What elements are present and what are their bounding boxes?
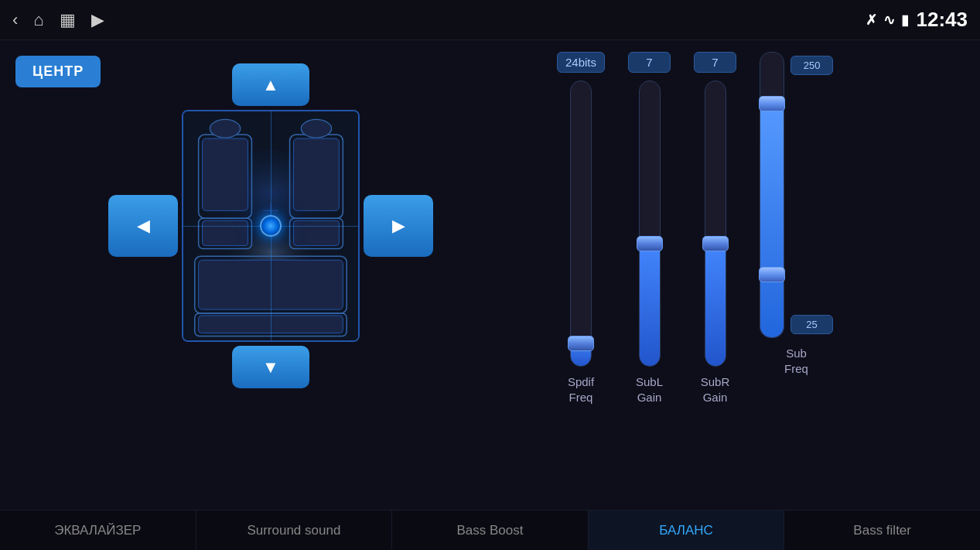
arrow-left-icon: ◀ bbox=[137, 216, 150, 236]
bluetooth-icon: ✗ bbox=[866, 12, 877, 29]
svg-point-18 bbox=[301, 119, 331, 138]
left-panel: ЦЕНТР ▲ ▼ ◀ ▶ bbox=[0, 40, 541, 510]
svg-rect-4 bbox=[203, 138, 248, 210]
subr-label: SubRGain bbox=[701, 374, 730, 405]
right-panel: 24bits SpdifFreq 7 SubLGain 7 bbox=[541, 40, 980, 510]
tab-surround[interactable]: Surround sound bbox=[196, 511, 393, 550]
main-content: ЦЕНТР ▲ ▼ ◀ ▶ bbox=[0, 40, 980, 510]
clock: 12:43 bbox=[917, 8, 968, 32]
car-display[interactable] bbox=[182, 110, 360, 342]
status-bar: ‹ ⌂ ▦ ▶ ✗ ∿ ▮ 12:43 bbox=[0, 0, 980, 40]
subfreq-label: SubFreq bbox=[784, 346, 808, 376]
subfreq-fill bbox=[760, 104, 784, 337]
subfreq-handle-bottom[interactable] bbox=[759, 267, 785, 282]
bottom-tabs: ЭКВАЛАЙЗЕР Surround sound Bass Boost БАЛ… bbox=[0, 510, 980, 550]
center-button[interactable]: ЦЕНТР bbox=[15, 56, 101, 87]
balance-up-button[interactable]: ▲ bbox=[232, 63, 309, 106]
status-icons: ✗ ∿ ▮ bbox=[866, 12, 909, 29]
subfreq-handle-top[interactable] bbox=[759, 96, 785, 111]
sliders-row: 24bits SpdifFreq 7 SubLGain 7 bbox=[557, 52, 965, 454]
svg-rect-10 bbox=[293, 220, 339, 245]
svg-point-17 bbox=[210, 119, 240, 138]
balance-right-button[interactable]: ▶ bbox=[364, 195, 433, 257]
battery-icon: ▮ bbox=[901, 12, 909, 29]
spdif-value-badge: 24bits bbox=[557, 52, 605, 73]
subl-value-badge: 7 bbox=[628, 52, 671, 73]
spdif-label: SpdifFreq bbox=[568, 374, 594, 405]
balance-down-button[interactable]: ▼ bbox=[232, 346, 309, 388]
subl-label: SubLGain bbox=[636, 374, 663, 405]
home-icon[interactable]: ⌂ bbox=[33, 10, 43, 30]
subfreq-track[interactable] bbox=[760, 52, 784, 338]
arrow-up-icon: ▲ bbox=[262, 75, 279, 95]
status-right: ✗ ∿ ▮ 12:43 bbox=[866, 8, 968, 32]
tab-balance[interactable]: БАЛАНС bbox=[589, 511, 785, 550]
focus-point[interactable] bbox=[260, 215, 282, 237]
subr-gain-slider-col: 7 SubRGain bbox=[694, 52, 736, 405]
svg-rect-8 bbox=[293, 138, 339, 210]
subl-gain-slider-col: 7 SubLGain bbox=[628, 52, 671, 405]
wifi-icon: ∿ bbox=[883, 12, 895, 29]
subr-fill bbox=[705, 237, 726, 366]
subl-track[interactable] bbox=[639, 80, 661, 367]
balance-left-button[interactable]: ◀ bbox=[108, 195, 178, 257]
subfreq-top-badge: 250 bbox=[790, 56, 833, 75]
subl-fill bbox=[640, 237, 660, 366]
arrow-right-icon: ▶ bbox=[392, 216, 405, 236]
media-icon[interactable]: ▶ bbox=[91, 10, 104, 30]
arrow-down-icon: ▼ bbox=[262, 357, 279, 377]
subfreq-bottom-badge: 25 bbox=[790, 315, 833, 334]
svg-rect-6 bbox=[203, 220, 248, 245]
subr-track[interactable] bbox=[705, 80, 726, 367]
subr-handle[interactable] bbox=[702, 236, 729, 251]
tab-bassfilter[interactable]: Bass filter bbox=[784, 511, 980, 550]
spdif-freq-slider-col: 24bits SpdifFreq bbox=[557, 52, 605, 405]
subl-handle[interactable] bbox=[637, 236, 663, 251]
back-icon[interactable]: ‹ bbox=[12, 10, 18, 30]
spdif-track[interactable] bbox=[570, 80, 592, 367]
copy-icon[interactable]: ▦ bbox=[60, 10, 76, 30]
nav-controls: ‹ ⌂ ▦ ▶ bbox=[12, 10, 104, 30]
spdif-handle[interactable] bbox=[568, 336, 594, 351]
subr-value-badge: 7 bbox=[694, 52, 736, 73]
tab-bassboost[interactable]: Bass Boost bbox=[392, 511, 589, 550]
subfreq-slider-col: 250 25 SubFreq bbox=[760, 52, 833, 376]
balance-container: ▲ ▼ ◀ ▶ bbox=[108, 63, 433, 388]
tab-equalizer[interactable]: ЭКВАЛАЙЗЕР bbox=[0, 511, 196, 550]
car-interior bbox=[183, 111, 358, 340]
